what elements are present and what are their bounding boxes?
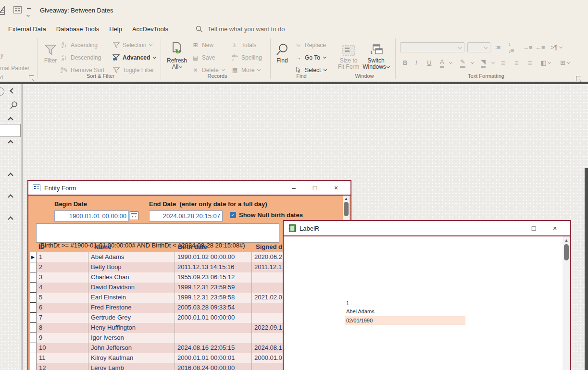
table-cell-name[interactable]: Fred Firestone bbox=[88, 303, 175, 313]
table-cell-name[interactable]: Charles Chan bbox=[88, 272, 175, 283]
table-cell-name[interactable]: Earl Einstein bbox=[88, 293, 175, 303]
row-selector[interactable] bbox=[30, 363, 37, 370]
end-date-input[interactable]: 2024.08.28 20:15:07 bbox=[149, 210, 223, 222]
row-selector[interactable] bbox=[30, 283, 37, 293]
table-cell-id[interactable]: 12 bbox=[37, 363, 88, 370]
highlight-color-dropdown[interactable] bbox=[470, 57, 474, 68]
fill-color-button[interactable]: ◥ bbox=[481, 57, 486, 68]
table-cell-birth[interactable]: 2000.01.01 00:00:00 bbox=[175, 313, 252, 323]
table-cell-id[interactable]: 1 bbox=[37, 252, 88, 262]
nav-pane-search-icon[interactable] bbox=[10, 101, 18, 109]
table-cell-name[interactable]: Igor Iverson bbox=[88, 333, 175, 343]
italic-button[interactable]: I bbox=[415, 57, 417, 68]
size-to-fit-form-button[interactable]: Size to Fit Form bbox=[337, 39, 361, 70]
numbering-button[interactable]: 12≡ bbox=[509, 42, 514, 52]
row-selector[interactable] bbox=[30, 333, 37, 343]
table-cell-id[interactable]: 2 bbox=[37, 262, 88, 272]
column-header-birth-date[interactable]: Birth date bbox=[175, 242, 252, 252]
table-cell-birth[interactable]: 2011.12.13 14:15:16 bbox=[175, 262, 252, 272]
table-cell-id[interactable]: 11 bbox=[37, 353, 88, 363]
clipboard-dialog-launcher-icon[interactable] bbox=[29, 75, 34, 80]
filter-expression-box[interactable]: (BirthDt >= #1900-01-01 00:00:00# AND Bi… bbox=[36, 223, 279, 243]
text-direction-button[interactable]: >¶ bbox=[550, 42, 562, 52]
table-cell-birth[interactable]: 1955.09.23 06:15:12 bbox=[175, 272, 252, 283]
entity-form-titlebar[interactable]: Entity Form – □ × bbox=[28, 181, 350, 196]
tell-me-search[interactable]: Tell me what you want to do bbox=[196, 25, 285, 33]
spelling-button[interactable]: abc✓Spelling bbox=[231, 53, 262, 62]
row-selector[interactable] bbox=[30, 293, 37, 303]
save-record-button[interactable]: ▤Save bbox=[191, 53, 225, 62]
quick-access-customize-icon[interactable] bbox=[27, 8, 31, 18]
new-record-button[interactable]: ⊞New bbox=[191, 40, 225, 49]
align-center-button[interactable]: ≡ bbox=[514, 57, 519, 68]
close-button[interactable]: × bbox=[544, 224, 565, 232]
nav-group-collapse-icon[interactable] bbox=[8, 173, 13, 178]
begin-date-input[interactable]: 1900.01.01 00:00:00 bbox=[54, 210, 129, 222]
fill-color-dropdown[interactable] bbox=[491, 57, 494, 68]
descending-button[interactable]: ZA↓Descending bbox=[60, 53, 104, 62]
font-color-button[interactable]: A bbox=[440, 57, 444, 68]
text-formatting-dialog-launcher-icon[interactable] bbox=[576, 76, 581, 81]
bullets-button[interactable]: ∶≡ bbox=[495, 42, 500, 52]
replace-button[interactable]: ♭cReplace bbox=[294, 40, 326, 49]
table-cell-birth[interactable]: 1990.01.02 00:00:00 bbox=[175, 252, 252, 262]
totals-button[interactable]: ΣTotals bbox=[231, 40, 262, 49]
advanced-filter-button[interactable]: Advanced bbox=[112, 53, 156, 62]
maximize-button[interactable]: □ bbox=[523, 224, 544, 232]
table-cell-birth[interactable]: 2016.08.24 00:00:00 bbox=[175, 363, 252, 370]
table-cell-birth[interactable]: 2005.03.28 09:33:54 bbox=[175, 303, 252, 313]
row-selector[interactable] bbox=[30, 303, 37, 313]
row-selector[interactable] bbox=[30, 353, 37, 363]
labelr-titlebar[interactable]: LabelR – □ × bbox=[284, 221, 570, 236]
table-cell-id[interactable]: 6 bbox=[37, 303, 88, 313]
table-cell-name[interactable]: Abel Adams bbox=[88, 252, 175, 262]
table-cell-id[interactable]: 3 bbox=[37, 272, 88, 283]
row-selector[interactable] bbox=[30, 343, 37, 353]
tab-accdevtools[interactable]: AccDevTools bbox=[132, 23, 168, 36]
table-cell-name[interactable]: Gertrude Grey bbox=[88, 313, 175, 323]
column-header-name[interactable]: Name bbox=[88, 242, 175, 252]
scroll-up-icon[interactable]: ▲ bbox=[563, 236, 570, 243]
table-cell-name[interactable]: Betty Boop bbox=[88, 262, 175, 272]
font-name-combo[interactable] bbox=[400, 42, 464, 52]
nav-pane-collapse-icon[interactable] bbox=[10, 88, 15, 93]
close-button[interactable]: × bbox=[325, 184, 347, 192]
table-cell-birth[interactable]: 2000.01.01 00:00:01 bbox=[175, 353, 252, 363]
table-cell-name[interactable]: John Jefferson bbox=[88, 343, 175, 353]
row-selector[interactable]: ▶ bbox=[30, 252, 37, 262]
show-null-checkbox[interactable]: ✓ bbox=[230, 212, 236, 218]
row-selector[interactable] bbox=[30, 323, 37, 333]
table-cell-id[interactable]: 4 bbox=[37, 283, 88, 293]
refresh-all-button[interactable]: ↻ Refresh All bbox=[165, 39, 189, 70]
bold-button[interactable]: B bbox=[403, 57, 407, 68]
table-cell-birth[interactable] bbox=[175, 323, 252, 333]
column-header-id[interactable]: ID bbox=[37, 242, 88, 252]
underline-button[interactable]: U bbox=[427, 57, 431, 68]
find-button[interactable]: Find bbox=[272, 39, 292, 64]
date-picker-icon[interactable] bbox=[130, 211, 138, 220]
decrease-indent-button[interactable]: ←≡ bbox=[535, 42, 545, 52]
table-cell-id[interactable]: 10 bbox=[37, 343, 88, 353]
minimize-button[interactable]: – bbox=[502, 224, 523, 232]
quick-access-form-view-icon[interactable] bbox=[13, 6, 22, 13]
increase-indent-button[interactable]: →≡ bbox=[523, 42, 533, 52]
table-cell-id[interactable]: 7 bbox=[37, 313, 88, 323]
selection-button[interactable]: Selection bbox=[112, 40, 156, 49]
nav-pane-divider[interactable] bbox=[21, 84, 23, 370]
row-selector[interactable] bbox=[30, 262, 37, 272]
table-cell-name[interactable]: Kilroy Kaufman bbox=[88, 353, 175, 363]
align-left-button[interactable]: ≡ bbox=[501, 57, 505, 68]
highlight-color-button[interactable]: ✎ bbox=[460, 57, 465, 68]
nav-group-collapse-icon[interactable] bbox=[8, 117, 13, 122]
row-selector[interactable] bbox=[30, 313, 37, 323]
table-cell-id[interactable]: 8 bbox=[37, 323, 88, 333]
format-painter-button-fragment[interactable]: mat Painter bbox=[0, 65, 29, 72]
table-cell-id[interactable]: 5 bbox=[37, 293, 88, 303]
labelr-scrollbar[interactable]: ▲ ▼ bbox=[563, 236, 570, 370]
table-cell-birth[interactable]: 1999.12.31 23:59:58 bbox=[175, 293, 252, 303]
nav-pane-field[interactable] bbox=[0, 124, 21, 137]
filter-button[interactable]: Filter bbox=[41, 39, 60, 64]
tab-external-data[interactable]: External Data bbox=[8, 23, 46, 36]
table-cell-name[interactable]: Leroy Lamb bbox=[88, 363, 175, 370]
font-size-combo[interactable] bbox=[467, 42, 490, 52]
